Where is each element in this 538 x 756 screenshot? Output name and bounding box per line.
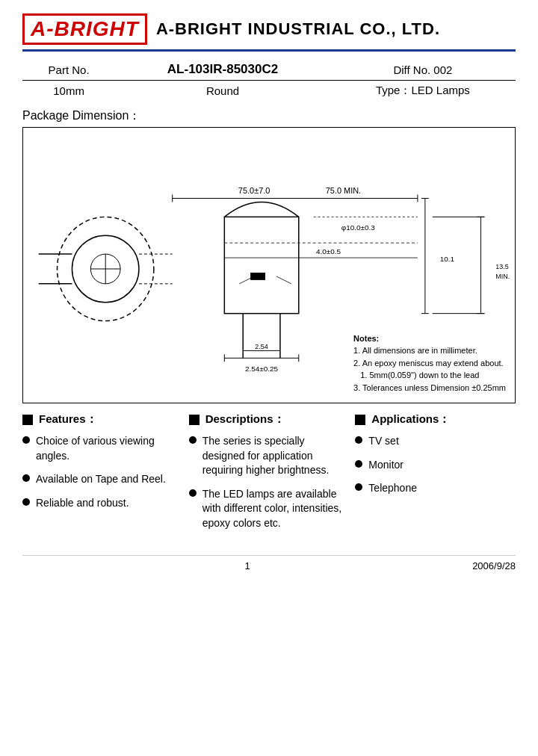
svg-text:2.54±0.25: 2.54±0.25 [245, 365, 279, 373]
feature-text-2: Available on Tape and Reel. [36, 472, 166, 487]
part-no-value: AL-103IR-85030C2 [115, 59, 330, 81]
features-header-text: Features： [39, 412, 97, 427]
feature-text-3: Reliable and robust. [36, 496, 129, 511]
application-text-2: Monitor [368, 458, 404, 473]
feature-item-2: Available on Tape and Reel. [22, 472, 177, 487]
note-2: 2. An epoxy meniscus may extend about. [353, 357, 506, 370]
features-bullet-icon [22, 415, 33, 425]
part-no-label: Part No. [22, 59, 115, 81]
feature-item-3: Reliable and robust. [22, 496, 177, 511]
page-footer: 1 2006/9/28 [22, 555, 516, 571]
applications-header: Applications： [355, 412, 510, 427]
note-4: 3. Tolerances unless Dimension ±0.25mm [353, 382, 506, 394]
package-dimension-label: Package Dimension： [22, 108, 516, 124]
svg-text:75.0±7.0: 75.0±7.0 [238, 186, 270, 195]
svg-text:2.54: 2.54 [255, 343, 268, 350]
company-name: A-BRIGHT INDUSTRIAL CO., LTD. [156, 19, 440, 39]
description-bullet-2 [189, 489, 197, 497]
part-info-table: Part No. AL-103IR-85030C2 Diff No. 002 1… [22, 59, 516, 101]
size-value: 10mm [22, 81, 115, 102]
note-1: 1. All dimensions are in millimeter. [353, 344, 506, 357]
svg-text:φ10.0±0.3: φ10.0±0.3 [341, 223, 376, 232]
shape-value: Round [115, 81, 330, 102]
svg-text:13.5: 13.5 [495, 263, 508, 270]
description-text-1: The series is specially designed for app… [202, 434, 344, 478]
svg-line-31 [239, 276, 254, 284]
applications-header-text: Applications： [371, 412, 450, 427]
feature-bullet-3 [22, 498, 30, 506]
applications-column: Applications： TV set Monitor Telephone [349, 412, 516, 540]
notes-title: Notes: [353, 332, 506, 345]
feature-bullet-1 [22, 436, 30, 444]
logo-text: A-BRIGHT [31, 17, 139, 40]
svg-line-32 [276, 276, 291, 284]
application-bullet-2 [355, 460, 362, 468]
descriptions-header-text: Descriptions： [205, 412, 285, 427]
application-bullet-3 [355, 483, 362, 491]
feature-bullet-2 [22, 474, 30, 482]
applications-bullet-icon [355, 415, 365, 425]
svg-text:75.0 MIN.: 75.0 MIN. [326, 186, 361, 195]
description-text-2: The LED lamps are available with differe… [202, 487, 344, 531]
diagram-area: 75.0±7.0 75.0 MIN. 10.1 4.0±0.5 2.54±0.2… [22, 127, 516, 403]
type-value: Type：LED Lamps [330, 81, 516, 102]
bottom-section: Features： Choice of various viewing angl… [22, 412, 516, 540]
application-item-1: TV set [355, 434, 510, 449]
svg-rect-30 [250, 273, 265, 280]
svg-text:10.1: 10.1 [440, 255, 455, 263]
features-header: Features： [22, 412, 177, 427]
svg-text:MIN.: MIN. [495, 273, 510, 280]
company-logo: A-BRIGHT [22, 13, 147, 45]
page-header: A-BRIGHT A-BRIGHT INDUSTRIAL CO., LTD. [22, 13, 516, 52]
descriptions-header: Descriptions： [189, 412, 344, 427]
application-item-2: Monitor [355, 458, 510, 473]
notes-box: Notes: 1. All dimensions are in millimet… [353, 332, 506, 394]
application-item-3: Telephone [355, 481, 510, 496]
svg-rect-9 [224, 217, 298, 313]
description-bullet-1 [189, 436, 197, 444]
features-column: Features： Choice of various viewing angl… [22, 412, 183, 540]
description-item-2: The LED lamps are available with differe… [189, 487, 344, 531]
feature-text-1: Choice of various viewing angles. [36, 434, 177, 463]
application-text-3: Telephone [368, 481, 417, 496]
description-item-1: The series is specially designed for app… [189, 434, 344, 478]
descriptions-bullet-icon [189, 415, 200, 425]
application-bullet-1 [355, 436, 362, 444]
feature-item-1: Choice of various viewing angles. [22, 434, 177, 463]
application-text-1: TV set [368, 434, 398, 449]
footer-date: 2006/9/28 [472, 560, 516, 571]
descriptions-column: Descriptions： The series is specially de… [183, 412, 350, 540]
diff-no-label: Diff No. 002 [330, 59, 516, 81]
svg-text:4.0±0.5: 4.0±0.5 [316, 247, 341, 255]
page-number: 1 [244, 560, 250, 571]
note-3: 1. 5mm(0.059") down to the lead [353, 369, 506, 382]
